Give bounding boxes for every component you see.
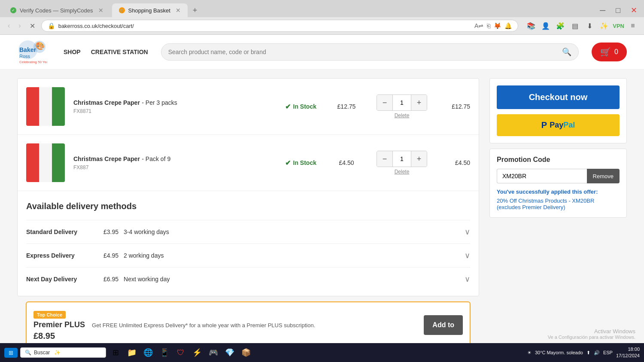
- tab2-close[interactable]: ✕: [176, 7, 181, 14]
- close-window-button[interactable]: ✕: [627, 4, 641, 17]
- copilot-icon[interactable]: ✨: [598, 20, 610, 32]
- delivery-price-standard: £3.95: [103, 228, 118, 235]
- app-icon-4[interactable]: 🎮: [207, 346, 220, 359]
- shop-nav-link[interactable]: SHOP: [64, 49, 81, 55]
- delete-link-2[interactable]: Delete: [395, 169, 410, 175]
- tab-shopping-basket[interactable]: 🛒 Shopping Basket ✕: [112, 3, 188, 17]
- premier-info: Top Choice Premier PLUS £8.95: [33, 309, 85, 341]
- forward-button[interactable]: ›: [16, 20, 23, 31]
- profile-icon[interactable]: 👤: [540, 20, 552, 32]
- maximize-button[interactable]: □: [612, 4, 624, 17]
- tab1-label: Verify Codes — SimplyCodes: [20, 7, 93, 14]
- qty-decrease-1[interactable]: −: [377, 95, 392, 110]
- table-row: Christmas Crepe Paper - Per 3 packs FX88…: [18, 79, 479, 135]
- app-icon-2[interactable]: 🛡: [174, 346, 188, 359]
- weather-icon: ☀: [527, 350, 532, 356]
- speaker-icon[interactable]: 🔊: [594, 350, 600, 356]
- paypal-button[interactable]: P PayPal: [497, 114, 620, 136]
- delivery-option-nextday[interactable]: Next Day Delivery £6.95 Next working day…: [26, 267, 470, 291]
- premier-banner: Top Choice Premier PLUS £8.95 Get FREE U…: [26, 301, 471, 349]
- svg-text:Ross: Ross: [19, 54, 30, 59]
- delivery-time-standard: 3-4 working days: [124, 228, 465, 235]
- close-nav-button[interactable]: ✕: [27, 20, 38, 32]
- stock-badge-1: ✔ In Stock: [285, 103, 316, 111]
- delivery-option-standard[interactable]: Standard Delivery £3.95 3-4 working days…: [26, 220, 470, 243]
- extension-icon2[interactable]: 🔔: [504, 22, 512, 29]
- task-view-icon[interactable]: ⊞: [109, 346, 122, 359]
- product-info-2: Christmas Crepe Paper - Pack of 9 FX887: [73, 155, 276, 170]
- delivery-name-express: Express Delivery: [26, 252, 103, 259]
- product-image-1: [26, 87, 65, 126]
- product-code-1: FX8871: [73, 108, 276, 114]
- premier-description: Get FREE Unlimited Express Delivery* for…: [92, 322, 417, 329]
- tab2-icon: 🛒: [119, 7, 125, 13]
- browser-taskbar-icon[interactable]: 🌐: [141, 346, 155, 359]
- search-input[interactable]: [168, 49, 558, 55]
- promo-success-message: You've successfully applied this offer:: [497, 189, 620, 195]
- sidebar-toggle-icon[interactable]: ▤: [569, 20, 581, 32]
- delivery-price-express: £4.95: [103, 252, 118, 259]
- taskbar-search[interactable]: 🔍 Buscar ✨: [20, 347, 106, 358]
- bookmark-icon[interactable]: 📚: [525, 20, 537, 32]
- product-name-1: Christmas Crepe Paper - Per 3 packs: [73, 99, 276, 106]
- top-choice-badge: Top Choice: [33, 311, 66, 319]
- checkout-now-button[interactable]: Checkout now: [497, 85, 620, 109]
- unit-price-1: £12.75: [334, 103, 359, 110]
- language-label[interactable]: ESP: [603, 350, 613, 355]
- app-icon-1[interactable]: 📱: [158, 346, 171, 359]
- creative-station-nav-link[interactable]: CREATIVE STATION: [91, 49, 148, 55]
- tab1-close[interactable]: ✕: [98, 7, 103, 14]
- network-icon[interactable]: ⬆: [586, 350, 590, 356]
- system-clock: 18:00 17/12/2024: [616, 346, 640, 359]
- page-wrap: Baker Ross Celebrating 50 Years 🎨 SHOP C…: [0, 35, 644, 357]
- qty-input-1[interactable]: [392, 95, 411, 110]
- downloads-icon[interactable]: ⬇: [583, 20, 595, 32]
- file-explorer-icon[interactable]: 📁: [125, 346, 139, 359]
- menu-icon[interactable]: ≡: [627, 20, 639, 32]
- app-icon-5[interactable]: 💎: [223, 346, 237, 359]
- back-button[interactable]: ‹: [5, 20, 12, 31]
- promo-section: Promotion Code Remove You've successfull…: [489, 149, 627, 218]
- product-code-2: FX887: [73, 164, 276, 170]
- minimize-button[interactable]: ─: [596, 4, 609, 17]
- delivery-time-nextday: Next working day: [124, 276, 465, 283]
- delivery-time-express: 2 working days: [124, 252, 465, 259]
- promo-input-row: Remove: [497, 169, 620, 183]
- new-tab-button[interactable]: +: [189, 4, 201, 17]
- extensions-icon[interactable]: 🧩: [554, 20, 566, 32]
- add-to-button[interactable]: Add to: [424, 315, 463, 335]
- delete-link-1[interactable]: Delete: [395, 113, 410, 119]
- sidebar: Checkout now P PayPal Promotion Code Rem…: [489, 78, 627, 349]
- qty-increase-1[interactable]: +: [411, 95, 427, 110]
- search-bar[interactable]: 🔍: [161, 43, 579, 61]
- line-price-2: £4.50: [444, 159, 470, 166]
- cortana-icon: ✨: [54, 350, 61, 356]
- product-name-2: Christmas Crepe Paper - Pack of 9: [73, 155, 276, 163]
- tab-verify-codes[interactable]: ✓ Verify Codes — SimplyCodes ✕: [3, 3, 110, 17]
- qty-decrease-2[interactable]: −: [377, 151, 392, 167]
- left-column: Christmas Crepe Paper - Per 3 packs FX88…: [17, 78, 479, 349]
- app-icon-6[interactable]: 📦: [239, 346, 253, 359]
- cart-button[interactable]: 🛒 0: [592, 43, 627, 61]
- remove-promo-button[interactable]: Remove: [587, 169, 620, 183]
- delivery-price-nextday: £6.95: [103, 276, 118, 283]
- extension-icon1[interactable]: 🦊: [494, 22, 501, 29]
- app-icon-3[interactable]: ⚡: [190, 346, 204, 359]
- delivery-name-nextday: Next Day Delivery: [26, 276, 103, 283]
- promo-code-input[interactable]: [497, 169, 587, 183]
- cart-icon: 🛒: [600, 47, 611, 57]
- qty-increase-2[interactable]: +: [411, 151, 427, 167]
- translate-icon[interactable]: A⇌: [474, 22, 483, 29]
- taskbar-search-text: Buscar: [34, 350, 50, 356]
- taskbar: ⊞ 🔍 Buscar ✨ ⊞ 📁 🌐 📱 🛡 ⚡ 🎮 💎 📦 ☀ 30°C Ma…: [0, 343, 644, 362]
- promo-title: Promotion Code: [497, 156, 620, 164]
- stock-badge-2: ✔ In Stock: [285, 159, 316, 167]
- qty-input-2[interactable]: [392, 151, 411, 167]
- share-icon[interactable]: ⎗: [487, 22, 490, 29]
- delivery-option-express[interactable]: Express Delivery £4.95 2 working days ∨: [26, 243, 470, 267]
- url-bar[interactable]: 🔒 bakerross.co.uk/checkout/cart/ A⇌ ⎗ 🦊 …: [41, 20, 519, 32]
- svg-text:🎨: 🎨: [35, 41, 45, 51]
- start-button[interactable]: ⊞: [4, 348, 18, 358]
- logo-area: Baker Ross Celebrating 50 Years 🎨: [17, 39, 51, 65]
- vpn-label[interactable]: VPN: [613, 23, 624, 29]
